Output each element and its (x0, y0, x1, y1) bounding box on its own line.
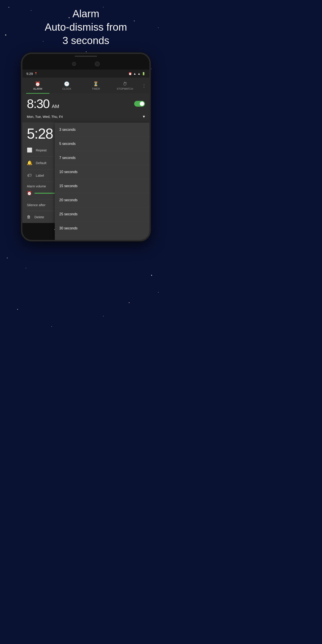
dropdown-item-4[interactable]: 15 seconds (55, 179, 149, 193)
status-bar: 5:29 📍 ⏰ ▲ ▲ 🔋 (22, 70, 149, 78)
repeat-label: Repeat (36, 148, 46, 152)
tab-clock[interactable]: 🕐 CLOCK (52, 78, 82, 94)
tab-stopwatch[interactable]: ⏱ STOPWATCH (110, 78, 140, 94)
tab-timer[interactable]: ⏳ TIMER (82, 78, 110, 94)
speaker-grille (75, 56, 97, 57)
status-left: 5:29 📍 (26, 72, 38, 76)
dropdown-item-5[interactable]: 20 seconds (55, 193, 149, 207)
phone-camera-row (22, 58, 149, 70)
dropdown-item-8[interactable]: 1 minute (55, 236, 149, 241)
front-camera (72, 62, 76, 66)
delete-label: Delete (34, 215, 44, 219)
alarm-tab-icon: ⏰ (35, 81, 41, 86)
location-icon: 📍 (34, 72, 38, 75)
wifi-icon: ▲ (133, 72, 136, 75)
alarm1-toggle[interactable] (134, 101, 145, 107)
alarm-content: 8:30 AM Mon, Tue, Wed, Thu, Fri ▾ 5:28 P… (22, 94, 149, 223)
status-right: ⏰ ▲ ▲ 🔋 (128, 72, 145, 75)
label-label: Label (36, 174, 44, 177)
stopwatch-tab-label: STOPWATCH (117, 88, 133, 90)
status-time: 5:29 (26, 72, 33, 76)
repeat-icon: ⬜ (27, 147, 32, 153)
timer-tab-icon: ⏳ (93, 81, 99, 86)
label-icon: 🏷 (27, 173, 32, 178)
phone-device: 5:29 📍 ⏰ ▲ ▲ 🔋 ⏰ ALARM 🕐 CLOCK ⏳ TIMER ⏱… (21, 52, 151, 241)
alarm-status-icon: ⏰ (128, 72, 132, 75)
dropdown-item-1[interactable]: 5 seconds (55, 137, 149, 151)
stopwatch-tab-icon: ⏱ (123, 82, 128, 86)
silence-after-label: Silence after (27, 203, 46, 207)
timer-tab-label: TIMER (92, 88, 100, 90)
header-line1: Alarm (72, 8, 99, 20)
battery-icon: 🔋 (142, 72, 145, 75)
alarm1-days: Mon, Tue, Wed, Thu, Fri (27, 115, 63, 118)
alarm1-expand-icon[interactable]: ▾ (143, 114, 145, 119)
alarm1-time: 8:30 (27, 96, 50, 111)
bell-icon: 🔔 (27, 160, 32, 166)
alarm1-time-display: 8:30 AM (27, 96, 59, 111)
signal-icon: ▲ (138, 72, 140, 75)
dropdown-item-7[interactable]: 30 seconds (55, 222, 149, 236)
alarm-item-1[interactable]: 8:30 AM Mon, Tue, Wed, Thu, Fri ▾ (22, 94, 149, 123)
dropdown-item-2[interactable]: 7 seconds (55, 151, 149, 165)
delete-icon: 🗑 (27, 215, 31, 219)
dropdown-item-0[interactable]: 3 seconds (55, 123, 149, 137)
alarm2-time: 5:28 (27, 126, 53, 142)
phone-top-bar (22, 54, 149, 58)
ringtone-label: Default (36, 161, 46, 165)
auto-dismiss-dropdown[interactable]: 3 seconds 5 seconds 7 seconds 10 seconds… (55, 123, 149, 241)
main-camera (95, 62, 100, 66)
dropdown-item-6[interactable]: 25 seconds (55, 207, 149, 222)
clock-tab-label: CLOCK (62, 88, 71, 90)
dropdown-item-3[interactable]: 10 seconds (55, 165, 149, 179)
more-options-button[interactable]: ⋮ (140, 83, 148, 88)
header-line2: Auto-dismiss from (45, 21, 127, 33)
volume-icon: ⏰ (27, 191, 32, 196)
header-line3: 3 seconds (62, 35, 109, 46)
alarm-tab-label: ALARM (33, 88, 42, 90)
tab-alarm[interactable]: ⏰ ALARM (23, 78, 52, 94)
header-section: Alarm Auto-dismiss from 3 seconds (45, 7, 127, 47)
alarm1-ampm: AM (52, 104, 59, 109)
nav-tabs: ⏰ ALARM 🕐 CLOCK ⏳ TIMER ⏱ STOPWATCH ⋮ (22, 78, 149, 94)
clock-tab-icon: 🕐 (64, 81, 70, 86)
